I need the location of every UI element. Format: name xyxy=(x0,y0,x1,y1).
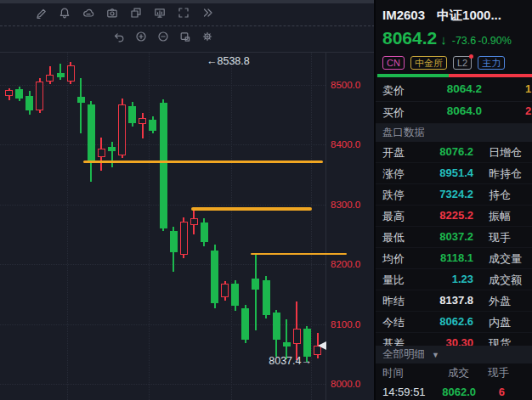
quote-row-涨停: 涨停8951.4昨持仓 xyxy=(376,163,532,184)
ask-label: 卖价 xyxy=(382,83,405,99)
quote-label: 最低 xyxy=(382,230,405,245)
candle-body xyxy=(160,103,167,228)
quote-value: 1.23 xyxy=(410,273,473,285)
candle-body xyxy=(149,120,156,131)
candle-body xyxy=(273,313,280,340)
restore-window-icon[interactable] xyxy=(178,30,192,43)
candle-wick xyxy=(80,78,82,133)
bid-volume: 2 xyxy=(525,104,531,117)
quote-right-label: 现手 xyxy=(489,230,511,245)
trend-line[interactable] xyxy=(83,161,323,163)
quote-label: 涨停 xyxy=(382,166,405,182)
quote-row-昨结: 昨结8137.8外盘 xyxy=(376,290,532,312)
order-book-section-header: 盘口数据 xyxy=(376,124,532,142)
toolbar-dashed-separator xyxy=(0,25,375,26)
candle-body xyxy=(241,308,249,340)
time-sales-row: 14:59:518062.06 xyxy=(376,384,532,400)
quote-right-label: 外盘 xyxy=(489,294,511,309)
candle-body xyxy=(221,284,229,296)
trend-line[interactable] xyxy=(251,253,347,255)
quote-right-label: 昨持仓 xyxy=(489,166,522,182)
all-details-section-header[interactable]: 全部明细▼ xyxy=(376,346,532,363)
bid-price: 8064.0 xyxy=(410,104,482,117)
col-price: 成交 xyxy=(410,366,469,380)
draw-icon[interactable] xyxy=(34,6,48,20)
alert-bell-icon[interactable] xyxy=(58,6,71,20)
compare-layers-icon[interactable] xyxy=(129,6,143,20)
high-price-annotation: ←8538.8 xyxy=(207,55,250,67)
chart-toolbar-row1 xyxy=(34,6,214,20)
quote-data-rows: 开盘8076.2日增仓涨停8951.4昨持仓跌停7324.2持仓最高8225.2… xyxy=(376,142,532,354)
candle-body xyxy=(5,90,13,96)
quote-value: 8037.2 xyxy=(410,230,473,243)
quote-row-今结: 今结8062.6内盘 xyxy=(376,312,532,333)
candle-body xyxy=(67,65,75,81)
ask-price-row[interactable]: 卖价 8064.2 1 xyxy=(376,80,532,102)
quote-value: 8137.8 xyxy=(410,294,473,307)
candle-body xyxy=(128,106,136,123)
v-gridline xyxy=(231,53,232,400)
instrument-title: IM2603中证1000... xyxy=(382,8,501,24)
snapshot-camera-icon[interactable] xyxy=(105,6,119,20)
candle-body xyxy=(46,75,54,82)
quote-label: 最高 xyxy=(382,209,405,224)
candle-body xyxy=(190,218,198,225)
ratio-green-segment xyxy=(377,74,449,77)
buy-sell-ratio-bar xyxy=(377,74,532,77)
y-axis-tick-label: 8300.0 xyxy=(331,200,360,210)
quote-row-开盘: 开盘8076.2日增仓 xyxy=(376,142,532,163)
candle-body xyxy=(108,147,116,151)
candle-body xyxy=(201,223,208,242)
last-price-row: 8064.2 ↓ -73.6 -0.90% xyxy=(382,28,512,48)
candle-body xyxy=(252,279,259,290)
candle-wick xyxy=(142,113,144,138)
red-dot-badge xyxy=(469,54,473,59)
candle-body xyxy=(77,97,85,103)
quote-row-跌停: 跌停7324.2持仓 xyxy=(376,184,532,206)
quote-value: 8118.1 xyxy=(410,251,473,264)
quote-row-量比: 量比1.23成交额 xyxy=(376,269,532,290)
trend-line[interactable] xyxy=(191,207,312,211)
time-sales-header: 时间 成交 现手 xyxy=(376,363,532,381)
h-gridline xyxy=(0,85,325,86)
y-axis-tick-label: 8400.0 xyxy=(331,139,360,149)
candle-body xyxy=(36,82,43,110)
chart-pane-top-border xyxy=(0,52,375,53)
trade-volume: 6 xyxy=(471,386,505,398)
candle-body xyxy=(118,104,126,155)
v-gridline xyxy=(311,53,312,400)
trading-terminal-window: 8500.08400.08300.08200.08100.08000.0 ←85… xyxy=(0,0,532,400)
quote-label: 昨结 xyxy=(382,294,405,309)
v-gridline xyxy=(67,53,68,400)
candlestick-chart[interactable]: 8500.08400.08300.08200.08100.08000.0 ←85… xyxy=(0,0,375,400)
settings-gear-icon[interactable] xyxy=(201,30,214,43)
undo-icon[interactable] xyxy=(112,30,126,43)
quote-row-均价: 均价8118.1成交量 xyxy=(376,248,532,269)
quote-value: 8225.2 xyxy=(410,209,473,222)
candle-body xyxy=(293,329,301,344)
tag-中金所: 中金所 xyxy=(410,56,447,70)
candle-wick xyxy=(255,253,257,330)
tag-CN: CN xyxy=(382,56,405,70)
quote-right-label: 成交量 xyxy=(489,251,522,267)
quote-row-最低: 最低8037.2现手 xyxy=(376,227,532,248)
quote-value: 8062.6 xyxy=(410,315,473,328)
candle-wick xyxy=(111,142,113,167)
quote-value: 8951.4 xyxy=(410,166,473,179)
cloud-icon[interactable] xyxy=(82,6,95,20)
bid-price-row[interactable]: 买价 8064.0 2 xyxy=(376,102,532,124)
chart-monitor-icon[interactable] xyxy=(153,6,167,20)
last-price: 8064.2 xyxy=(382,28,437,48)
candle-body xyxy=(303,329,311,356)
zoom-in-icon[interactable] xyxy=(134,30,148,43)
fullscreen-icon[interactable] xyxy=(177,6,190,20)
candle-body xyxy=(98,149,105,158)
last-price-marker xyxy=(318,341,326,350)
y-axis-tick-label: 8000.0 xyxy=(331,379,360,389)
quote-row-最高: 最高8225.2振幅 xyxy=(376,206,532,227)
zoom-out-icon[interactable] xyxy=(156,30,170,43)
quote-panel: IM2603中证1000... 8064.2 ↓ -73.6 -0.90% CN… xyxy=(376,0,532,400)
candle-body xyxy=(283,342,291,346)
ratio-red-segment xyxy=(449,74,532,77)
more-chevrons-icon[interactable] xyxy=(201,6,214,20)
